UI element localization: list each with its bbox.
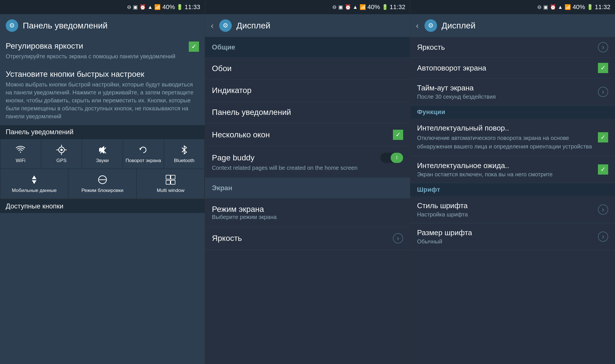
brightness-p3-label: Яркость	[417, 43, 598, 52]
smart-rotate-checkbox[interactable]: ✓	[598, 132, 608, 142]
timeout-item[interactable]: Тайм-аут экрана После 30 секунд бездейст…	[410, 78, 615, 106]
alarm-icon-3: ⊖	[332, 4, 337, 10]
time-1: 11:33	[184, 3, 200, 11]
brightness-title: Регулировка яркости	[6, 42, 189, 51]
smart-rotate-sublabel: Отключение автоматического поворота экра…	[417, 134, 598, 151]
status-bar-1: ⊖ ▣ ⏰ ▲ 📶 40% 🔋 11:33	[0, 0, 205, 14]
alarm-icon-2: ⏰	[140, 4, 146, 10]
bluetooth-icon	[179, 144, 190, 156]
quick-btn-multiwindow[interactable]: Multi window	[137, 169, 204, 198]
smart-stay-item[interactable]: Интеллектуальное ожида.. Экран остается …	[410, 156, 615, 183]
panel-display-menu: ‹ ⚙ Дисплей Общие Обои Индикатор Панель …	[205, 14, 410, 364]
battery-2: 40%	[368, 3, 380, 11]
image-icon-3: ▣	[543, 4, 548, 10]
pagebuddy-toggle[interactable]: I	[380, 153, 403, 163]
quick-btn-rotate[interactable]: Поворот экрана	[123, 139, 164, 169]
panel3-gear-icon: ⚙	[425, 19, 437, 32]
quick-buttons-label: Панель уведомлений	[0, 125, 205, 139]
font-size-label: Размер шрифта	[417, 228, 598, 237]
timeout-chevron: ›	[598, 87, 608, 97]
panel-notification: ⚙ Панель уведомлений Регулировка яркости…	[0, 14, 205, 364]
menu-screen-section[interactable]: Экран	[205, 178, 410, 198]
status-bar-3: ⊖ ▣ ⏰ ▲ 📶 40% 🔋 11:32	[410, 0, 615, 14]
panel2-title: Дисплей	[236, 21, 270, 30]
quick-btn-bluetooth[interactable]: Bluetooth	[164, 139, 205, 169]
rotate-label: Поворот экрана	[126, 158, 161, 164]
font-style-item[interactable]: Стиль шрифта Настройка шрифта ›	[410, 196, 615, 223]
svg-rect-14	[166, 175, 170, 179]
battery-icon-3: 🔋	[587, 4, 593, 10]
wifi-icon-3: ▲	[558, 4, 563, 10]
battery-icon-1: 🔋	[177, 4, 183, 10]
notif-panel-label: Панель уведомлений	[212, 108, 291, 117]
toggle-thumb: I	[391, 153, 403, 163]
smart-rotate-label: Интеллектуальный повор..	[417, 124, 598, 133]
brightness-checkbox[interactable]: ✓	[189, 42, 199, 52]
wifi-label: WiFi	[16, 158, 25, 164]
menu-screenmode[interactable]: Режим экрана Выберите режим экрана	[205, 198, 410, 227]
smart-rotate-item[interactable]: Интеллектуальный повор.. Отключение авто…	[410, 119, 615, 156]
svg-rect-16	[166, 180, 170, 184]
quick-buttons-grid-2: Мобильные данные Режим блокировки	[0, 169, 205, 199]
panel2-back-icon[interactable]: ‹	[211, 21, 214, 30]
multiwindow-menu-label: Несколько окон	[212, 130, 270, 139]
quick-btn-wifi[interactable]: WiFi	[0, 139, 41, 169]
menu-multiwindow[interactable]: Несколько окон ✓	[205, 123, 410, 146]
data-label: Мобильные данные	[12, 188, 57, 193]
menu-indicator[interactable]: Индикатор	[205, 80, 410, 102]
panel1-title: Панель уведомлений	[23, 21, 108, 30]
font-style-sublabel: Настройка шрифта	[417, 211, 598, 218]
available-buttons-label: Доступные кнопки	[0, 199, 205, 213]
panel2-gear-icon: ⚙	[219, 19, 232, 32]
mobile-data-icon	[28, 174, 40, 185]
menu-brightness-p2[interactable]: Яркость ›	[205, 227, 410, 250]
autorotate-item[interactable]: Автоповорот экрана ✓	[410, 58, 615, 78]
brightness-menu-label: Яркость	[212, 234, 242, 243]
time-2: 11:32	[390, 3, 405, 11]
panel3-body: Яркость › Автоповорот экрана ✓ Тайм-аут …	[410, 37, 615, 364]
brightness-item[interactable]: Регулировка яркости Отрегулируйте яркост…	[0, 37, 205, 65]
brightness-item-p3[interactable]: Яркость ›	[410, 37, 615, 58]
timeout-label: Тайм-аут экрана	[417, 84, 598, 92]
quick-btn-block[interactable]: Режим блокировки	[68, 169, 136, 198]
quick-btn-mute[interactable]: Звуки	[82, 139, 123, 169]
time-3: 11:32	[595, 3, 610, 11]
svg-rect-17	[171, 180, 175, 184]
wifi-icon	[15, 144, 26, 156]
screenmode-label: Режим экрана	[212, 205, 276, 214]
quick-btn-data[interactable]: Мобильные данные	[0, 169, 68, 198]
quick-btn-gps[interactable]: GPS	[41, 139, 82, 169]
smart-stay-checkbox[interactable]: ✓	[598, 164, 608, 175]
signal-icon-2: 📶	[360, 4, 366, 10]
battery-icon-2: 🔋	[382, 4, 388, 10]
menu-notif-panel[interactable]: Панель уведомлений	[205, 102, 410, 123]
brightness-p3-chevron: ›	[598, 42, 608, 52]
alarm-icon-4: ⏰	[345, 4, 351, 10]
autorotate-checkbox[interactable]: ✓	[598, 63, 608, 73]
panel-display-detail: ‹ ⚙ Дисплей Яркость › Автоповорот экрана…	[410, 14, 615, 364]
font-size-item[interactable]: Размер шрифта Обычный ›	[410, 223, 615, 250]
panel2-body: Общие Обои Индикатор Панель уведомлений …	[205, 37, 410, 364]
menu-wallpaper[interactable]: Обои	[205, 58, 410, 80]
svg-rect-15	[171, 175, 175, 179]
menu-general[interactable]: Общие	[205, 37, 410, 58]
panels-container: ⚙ Панель уведомлений Регулировка яркости…	[0, 14, 615, 364]
svg-marker-10	[32, 175, 36, 179]
panel3-back-icon[interactable]: ‹	[416, 21, 419, 30]
font-size-chevron: ›	[598, 231, 608, 242]
svg-point-1	[60, 149, 63, 151]
general-label: Общие	[212, 43, 235, 51]
panel3-title: Дисплей	[442, 21, 475, 30]
font-section: Шрифт	[410, 183, 615, 196]
wallpaper-label: Обои	[212, 64, 231, 73]
svg-marker-9	[139, 148, 142, 150]
gps-label: GPS	[56, 158, 67, 164]
panel2-header: ‹ ⚙ Дисплей	[205, 14, 410, 37]
alarm-icon-5: ⊖	[537, 4, 542, 10]
gps-icon	[56, 144, 67, 156]
alarm-icon-1: ⊖	[127, 4, 131, 10]
font-style-chevron: ›	[598, 204, 608, 215]
multiwindow-checkbox[interactable]: ✓	[393, 130, 403, 140]
block-label: Режим блокировки	[81, 188, 123, 193]
menu-pagebuddy[interactable]: Page buddy I Context related pages will …	[205, 146, 410, 178]
